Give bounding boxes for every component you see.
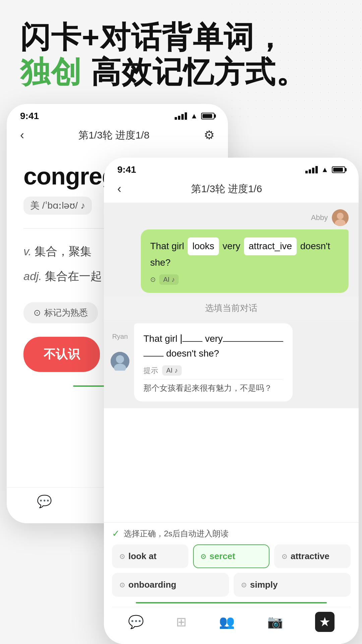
ai-tag-ryan[interactable]: AI ♪ <box>162 365 182 376</box>
bar4-front <box>315 166 318 173</box>
option-icon-4: ⊙ <box>119 581 125 589</box>
battery-icon-back <box>201 113 215 119</box>
abby-bubble-content: That girl looks very attract_ive doesn't… <box>141 229 349 293</box>
bottom-nav-front: 💬 ⊞ 👥 📷 ★ <box>112 607 351 639</box>
back-button-back[interactable]: ‹ <box>20 128 24 142</box>
option-icon-2: ⊙ <box>200 552 206 560</box>
option-onboarding[interactable]: ⊙ onboarding <box>112 573 229 597</box>
wifi-icon-front: ▲ <box>321 165 328 174</box>
bar3 <box>181 114 184 120</box>
abby-bubble-footer: ⊙ AI ♪ <box>150 274 339 285</box>
phonetic-text: 美 /ˈbɑːləʊ/ ♪ <box>23 197 92 215</box>
option-label-5: simply <box>250 580 278 590</box>
bar2-front <box>309 169 311 173</box>
nav-title-front: 第1/3轮 进度1/6 <box>191 182 262 196</box>
phones-container: 9:41 ▲ ‹ 第1/3轮 进度1/8 ⚙ congregat 美 /ˈbɑː… <box>0 104 362 644</box>
correct-text: 选择正确，2s后自动进入朗读 <box>124 528 229 539</box>
status-icons-front: ▲ <box>305 165 345 174</box>
translation-text: 那个女孩看起来很有魅力，不是吗？ <box>143 379 283 393</box>
ryan-bubble-content: That girl very doesn't she? 提示 AI ♪ 那个女孩… <box>134 323 293 402</box>
option-icon-5: ⊙ <box>241 581 247 589</box>
signal-icon-front <box>305 166 318 173</box>
hero-green-word: 独创 <box>20 55 82 89</box>
ryan-avatar <box>111 352 129 371</box>
ryan-bubble-text: That girl very doesn't she? <box>143 331 283 362</box>
settings-icon-back[interactable]: ⚙ <box>204 128 215 142</box>
ryan-bubble: Ryan That girl very doesn't she? <box>104 320 359 405</box>
option-sercet[interactable]: ⊙ sercet <box>193 544 269 568</box>
ryan-name: Ryan <box>112 333 128 340</box>
hero-line2: 独创 高效记忆方式。 <box>20 55 342 90</box>
pos-2: adj. <box>23 270 42 282</box>
answer-area: ✓ 选择正确，2s后自动进入朗读 ⊙ look at ⊙ sercet ⊙ at… <box>104 522 359 644</box>
tab-chat-back[interactable]: 💬 <box>37 494 52 510</box>
option-label-2: sercet <box>209 551 235 561</box>
input-blank-1 <box>182 341 202 342</box>
familiar-label: 标记为熟悉 <box>44 307 88 319</box>
option-label-1: look at <box>128 551 157 561</box>
option-label-4: onboarding <box>128 580 176 590</box>
svg-point-4 <box>116 355 124 363</box>
chat-icon-back: 💬 <box>37 494 52 508</box>
status-bar-back: 9:41 ▲ <box>7 104 228 125</box>
bar2 <box>178 116 180 120</box>
progress-bar-front <box>136 602 327 603</box>
abby-bubble-text: That girl looks very attract_ive doesn't… <box>150 237 339 270</box>
ryan-avatar-col: Ryan <box>111 333 129 371</box>
bar3-front <box>312 168 314 173</box>
status-icons-back: ▲ <box>175 112 215 120</box>
nav-bar-front: ‹ 第1/3轮 进度1/6 <box>104 178 359 203</box>
nav-cards-icon[interactable]: ⊞ <box>176 614 187 629</box>
hero-section: 闪卡+对话背单词， 独创 高效记忆方式。 <box>0 0 362 103</box>
familiar-button[interactable]: ⊙ 标记为熟悉 <box>23 302 98 323</box>
back-button-front[interactable]: ‹ <box>117 182 121 196</box>
hero-line2-suffix: 高效记忆方式。 <box>82 55 307 89</box>
option-look-at[interactable]: ⊙ look at <box>112 544 188 568</box>
status-bar-front: 9:41 ▲ <box>104 158 359 178</box>
translate-icon-abby[interactable]: ⊙ <box>150 275 156 283</box>
pos-1: v. <box>23 245 32 258</box>
wifi-icon-back: ▲ <box>190 112 198 120</box>
nav-camera-icon[interactable]: 📷 <box>267 614 283 629</box>
nav-community-icon[interactable]: 👥 <box>219 614 235 629</box>
battery-icon-front <box>332 166 345 173</box>
correct-icon: ✓ <box>112 528 120 539</box>
time-back: 9:41 <box>20 111 39 121</box>
abby-name: Abby <box>311 213 328 222</box>
time-front: 9:41 <box>117 164 136 175</box>
chat-area: Abby That girl looks very attract_ive do… <box>104 203 359 408</box>
option-attractive[interactable]: ⊙ attractive <box>274 544 351 568</box>
nav-bar-back: ‹ 第1/3轮 进度1/8 ⚙ <box>7 125 228 149</box>
option-icon-1: ⊙ <box>119 552 125 560</box>
hero-line1: 闪卡+对话背单词， <box>20 20 342 55</box>
hint-label: 提示 <box>143 366 158 376</box>
input-blank-2 <box>223 341 283 342</box>
familiar-icon: ⊙ <box>34 308 41 318</box>
nav-title-back: 第1/3轮 进度1/8 <box>78 128 149 142</box>
ai-tag-abby[interactable]: AI ♪ <box>159 274 179 285</box>
bar1 <box>175 117 177 120</box>
option-simply[interactable]: ⊙ simply <box>234 573 351 597</box>
abby-bubble: Abby That girl looks very attract_ive do… <box>104 203 359 296</box>
option-icon-3: ⊙ <box>282 552 287 560</box>
fill-prompt: 选填当前对话 <box>104 296 359 320</box>
svg-point-1 <box>337 213 344 219</box>
options-row2: ⊙ onboarding ⊙ simply <box>112 573 351 597</box>
signal-icon-back <box>175 112 187 120</box>
abby-header: Abby <box>311 209 349 226</box>
hint-row: 提示 AI ♪ <box>143 365 283 376</box>
nav-chat-icon[interactable]: 💬 <box>128 614 144 629</box>
nav-star-icon[interactable]: ★ <box>315 612 335 632</box>
bar4 <box>185 112 187 120</box>
dont-know-button[interactable]: 不认识 <box>23 337 100 372</box>
chat-phone: 9:41 ▲ ‹ 第1/3轮 进度1/6 A <box>104 158 359 644</box>
correct-notice: ✓ 选择正确，2s后自动进入朗读 <box>112 528 351 539</box>
word-attract: attract_ive <box>244 237 297 255</box>
word-looks: looks <box>188 237 219 255</box>
option-label-3: attractive <box>291 551 329 561</box>
options-row1: ⊙ look at ⊙ sercet ⊙ attractive <box>112 544 351 568</box>
text-cursor <box>181 334 182 344</box>
abby-avatar <box>332 209 349 226</box>
input-blank-3 <box>143 356 164 357</box>
bar1-front <box>305 171 308 173</box>
